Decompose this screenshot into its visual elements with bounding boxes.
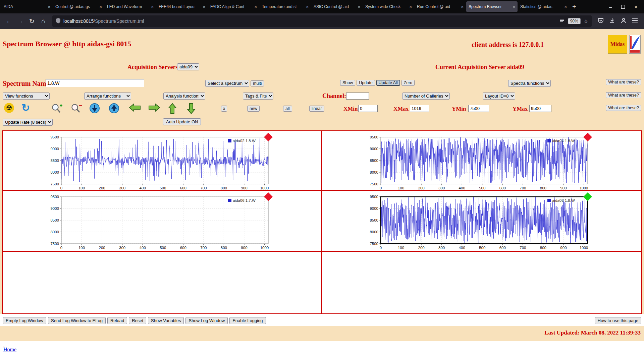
tab-close-icon[interactable]: × xyxy=(48,4,50,9)
svg-text:8000: 8000 xyxy=(370,170,378,174)
what-are-these-button-3[interactable]: What are these? xyxy=(606,105,641,111)
browser-tab[interactable]: LED and Waveform× xyxy=(105,1,156,12)
auto-update-button[interactable]: Auto Update ON xyxy=(163,118,201,125)
spectrum-chart[interactable]: 7500800085009000950001002003004005006007… xyxy=(322,135,600,190)
all-button[interactable]: all xyxy=(283,106,292,112)
window-maximize-icon[interactable] xyxy=(621,5,625,9)
what-are-these-button-2[interactable]: What are these? xyxy=(606,92,641,98)
shield-icon[interactable] xyxy=(56,18,61,24)
window-minimize-icon[interactable]: – xyxy=(609,4,612,10)
footer-button[interactable]: Reset xyxy=(129,317,146,324)
tab-close-icon[interactable]: × xyxy=(254,4,257,9)
footer-button[interactable]: Enable Logging xyxy=(229,317,266,324)
browser-tab[interactable]: Spectrum Browser× xyxy=(466,1,518,12)
spectra-functions-dropdown[interactable]: Spectra functions xyxy=(508,80,551,87)
tab-close-icon[interactable]: × xyxy=(461,4,464,9)
refresh-icon[interactable]: ↻ xyxy=(21,103,30,113)
spectrum-name-input[interactable] xyxy=(46,79,144,87)
radiation-icon[interactable]: ☢ xyxy=(4,103,14,113)
reader-mode-icon[interactable] xyxy=(559,18,565,24)
footer-button[interactable]: Show Variables xyxy=(148,317,184,324)
green-up-arrow-icon[interactable] xyxy=(168,103,177,114)
window-close-icon[interactable]: × xyxy=(634,4,637,10)
zoom-in-icon[interactable] xyxy=(51,103,63,114)
layout-id-dropdown[interactable]: Layout ID=8 xyxy=(483,93,515,100)
spectrum-chart[interactable]: 7500800085009000950001002003004005006007… xyxy=(322,195,600,250)
tab-close-icon[interactable]: × xyxy=(151,4,154,9)
account-icon[interactable] xyxy=(621,17,627,25)
zero-button[interactable]: Zero xyxy=(401,80,415,86)
what-are-these-button-1[interactable]: What are these? xyxy=(606,79,641,85)
browser-tab[interactable]: FEE64 board Layou× xyxy=(156,1,208,12)
url-bar[interactable]: localhost:8015/Spectrum/Spectrum.tml 90%… xyxy=(52,15,592,27)
spectrum-chart[interactable]: 7500800085009000950001002003004005006007… xyxy=(3,195,281,250)
home-link[interactable]: Home xyxy=(3,347,16,353)
browser-tab[interactable]: AIDA× xyxy=(1,1,53,12)
browser-tab[interactable]: System wide Check× xyxy=(363,1,414,12)
update-all-button[interactable]: Update All xyxy=(376,80,400,86)
ymax-input[interactable] xyxy=(529,105,551,112)
save-to-pocket-icon[interactable] xyxy=(598,17,604,25)
arrange-functions-dropdown[interactable]: Arrange functions xyxy=(84,93,131,100)
channel-input[interactable] xyxy=(346,93,369,100)
show-button[interactable]: Show xyxy=(340,80,355,86)
tab-close-icon[interactable]: × xyxy=(564,4,567,9)
gallery-cell[interactable]: 7500800085009000950001002003004005006007… xyxy=(322,191,641,252)
gallery-cell[interactable] xyxy=(3,252,322,313)
browser-tab[interactable]: ASIC Control @ aid× xyxy=(311,1,363,12)
x-button[interactable]: x xyxy=(221,106,227,112)
menu-icon[interactable] xyxy=(632,18,638,24)
home-icon[interactable]: ⌂ xyxy=(38,16,49,26)
downloads-icon[interactable] xyxy=(609,17,615,25)
footer-button[interactable]: Reload xyxy=(107,317,127,324)
green-down-arrow-icon[interactable] xyxy=(186,103,196,114)
gallery-cell[interactable] xyxy=(322,252,641,313)
spectrum-chart[interactable]: 7500800085009000950001002003004005006007… xyxy=(3,135,281,190)
gallery-cell[interactable]: 7500800085009000950001002003004005006007… xyxy=(3,131,322,191)
tab-close-icon[interactable]: × xyxy=(203,4,205,9)
update-button[interactable]: Update xyxy=(357,80,375,86)
linear-button[interactable]: linear xyxy=(309,106,324,112)
update-rate-dropdown[interactable]: Update Rate (8 secs) xyxy=(3,119,53,126)
xmax-input[interactable] xyxy=(410,105,429,112)
footer-button[interactable]: Send Log Window to ELog xyxy=(48,317,106,324)
multi-button[interactable]: multi xyxy=(251,80,264,86)
tab-close-icon[interactable]: × xyxy=(306,4,309,9)
number-of-galleries-dropdown[interactable]: Number of Galleries xyxy=(402,93,450,100)
new-button[interactable]: new xyxy=(247,106,260,112)
acquisition-server-select[interactable]: aida09 xyxy=(177,63,199,70)
analysis-functions-dropdown[interactable]: Analysis functions xyxy=(163,93,205,100)
tags-fits-dropdown[interactable]: Tags & Fits xyxy=(243,93,273,100)
browser-tab[interactable]: Control @ aidas-gs× xyxy=(53,1,104,12)
back-icon[interactable]: ← xyxy=(3,16,15,26)
xmin-input[interactable] xyxy=(358,105,378,112)
blue-down-arrow-icon[interactable] xyxy=(89,103,100,114)
new-tab-button[interactable]: + xyxy=(572,3,576,10)
browser-tab[interactable]: FADC Align & Cont× xyxy=(208,1,259,12)
current-acquisition-server: Current Acquisition Server aida09 xyxy=(435,64,524,71)
bookmark-star-icon[interactable]: ☆ xyxy=(584,18,588,24)
view-functions-dropdown[interactable]: View functions xyxy=(3,93,50,100)
blue-up-arrow-icon[interactable] xyxy=(109,103,119,114)
forward-icon[interactable]: → xyxy=(15,16,26,26)
svg-text:900: 900 xyxy=(560,186,567,190)
green-left-arrow-icon[interactable] xyxy=(129,103,141,112)
green-right-arrow-icon[interactable] xyxy=(148,103,160,112)
footer-button[interactable]: Empty Log Window xyxy=(3,317,46,324)
tab-close-icon[interactable]: × xyxy=(513,4,515,9)
browser-tab[interactable]: Statistics @ aidas-× xyxy=(518,1,569,12)
tab-close-icon[interactable]: × xyxy=(99,4,102,9)
browser-tab[interactable]: Temperature and st× xyxy=(260,1,311,12)
select-a-spectrum-dropdown[interactable]: Select a spectrum xyxy=(205,80,249,87)
zoom-out-icon[interactable] xyxy=(70,103,83,114)
tab-close-icon[interactable]: × xyxy=(358,4,360,9)
gallery-cell[interactable]: 7500800085009000950001002003004005006007… xyxy=(322,131,641,191)
gallery-cell[interactable]: 7500800085009000950001002003004005006007… xyxy=(3,191,322,252)
tab-close-icon[interactable]: × xyxy=(409,4,412,9)
footer-button[interactable]: Show Log Window xyxy=(185,317,228,324)
ymin-input[interactable] xyxy=(468,105,489,112)
how-to-use-button[interactable]: How to use this page xyxy=(595,317,641,324)
zoom-level-chip[interactable]: 90% xyxy=(568,18,581,24)
browser-tab[interactable]: Run Control @ aid× xyxy=(415,1,466,12)
reload-icon[interactable]: ↻ xyxy=(26,16,38,26)
